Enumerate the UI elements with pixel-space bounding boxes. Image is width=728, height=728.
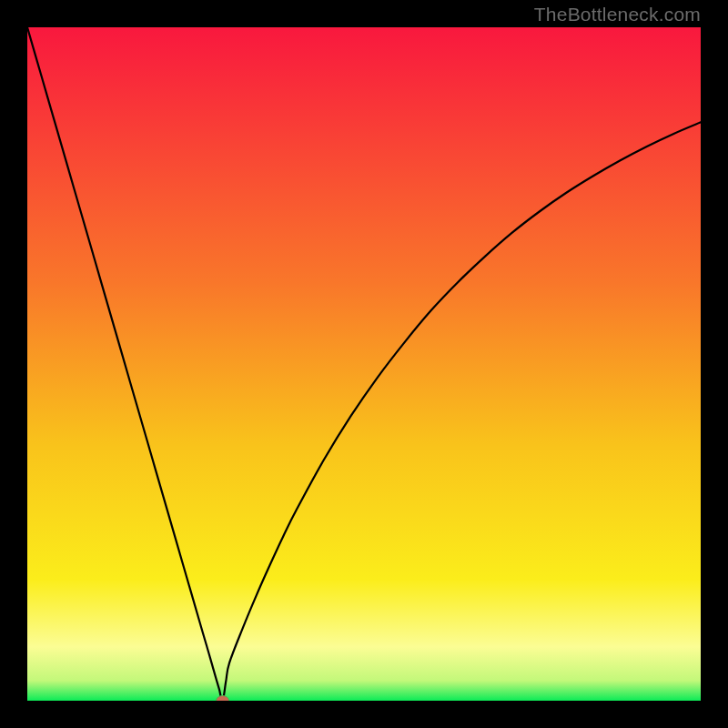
chart-svg bbox=[27, 27, 701, 701]
watermark-text: TheBottleneck.com bbox=[534, 4, 701, 25]
chart-frame: TheBottleneck.com bbox=[0, 0, 728, 728]
plot-area bbox=[27, 27, 701, 701]
gradient-background bbox=[27, 27, 701, 701]
